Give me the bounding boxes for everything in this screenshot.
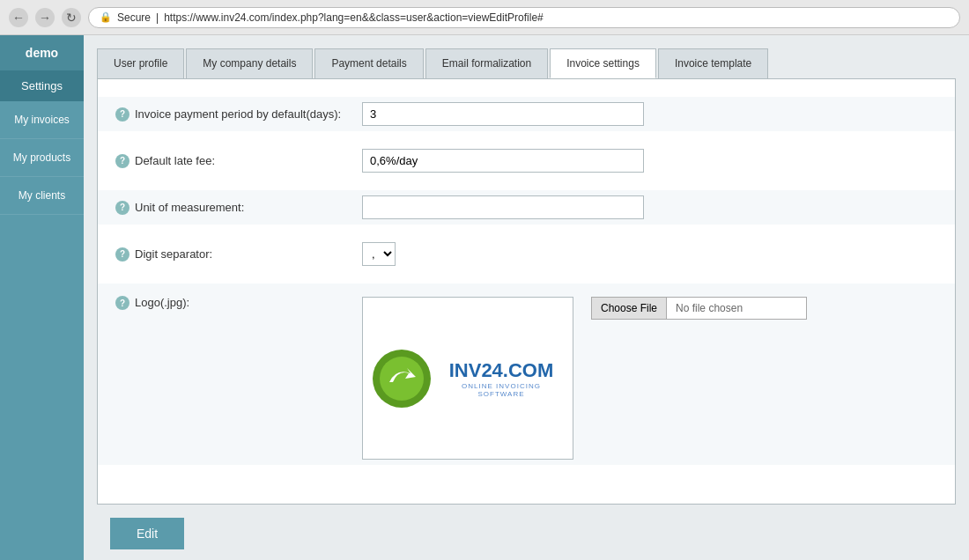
edit-button-area: Edit xyxy=(97,505,956,560)
digit-separator-select[interactable]: , . xyxy=(362,242,396,266)
file-input-area: Choose File No file chosen xyxy=(591,297,807,320)
tab-invoice-template[interactable]: Invoice template xyxy=(658,48,768,78)
app-layout: demo Settings My invoices My products My… xyxy=(0,35,969,560)
digit-separator-select-wrap: , . xyxy=(362,242,396,266)
late-fee-help-icon[interactable]: ? xyxy=(115,154,129,168)
sidebar-item-my-clients[interactable]: My clients xyxy=(0,177,84,215)
tab-email-formalization[interactable]: Email formalization xyxy=(425,48,548,78)
payment-period-label-col: ? Invoice payment period by default(days… xyxy=(115,107,362,122)
secure-icon: 🔒 xyxy=(100,11,112,23)
payment-period-row: ? Invoice payment period by default(days… xyxy=(98,97,955,131)
unit-help-icon[interactable]: ? xyxy=(115,201,129,215)
choose-file-button[interactable]: Choose File xyxy=(591,297,666,320)
logo-text-block: INV24.COM ONLINE INVOICING SOFTWARE xyxy=(439,359,564,398)
tab-invoice-settings[interactable]: Invoice settings xyxy=(550,48,656,78)
logo-main-text: INV24.COM xyxy=(439,359,564,382)
back-button[interactable]: ← xyxy=(9,8,28,27)
svg-point-1 xyxy=(380,357,424,401)
refresh-button[interactable]: ↻ xyxy=(62,8,81,27)
late-fee-row: ? Default late fee: xyxy=(115,144,937,178)
late-fee-label-col: ? Default late fee: xyxy=(115,154,362,168)
logo-label-col: ? Logo(.jpg): xyxy=(115,292,362,310)
form-area: ? Invoice payment period by default(days… xyxy=(97,78,956,505)
logo-circle-svg xyxy=(372,349,432,409)
sidebar-demo[interactable]: demo xyxy=(0,35,84,70)
late-fee-label: Default late fee: xyxy=(135,154,215,167)
tabs-container: User profile My company details Payment … xyxy=(97,48,956,78)
sidebar-settings[interactable]: Settings xyxy=(0,70,84,101)
forward-button[interactable]: → xyxy=(35,8,55,27)
late-fee-input[interactable] xyxy=(362,149,644,173)
edit-button[interactable]: Edit xyxy=(110,518,184,549)
logo-section: INV24.COM ONLINE INVOICING SOFTWARE Choo… xyxy=(362,297,807,460)
tab-payment-details[interactable]: Payment details xyxy=(314,48,423,78)
digit-separator-label: Digit separator: xyxy=(135,247,212,261)
url-text: https://www.inv24.com/index.php?lang=en&… xyxy=(164,11,544,24)
unit-row: ? Unit of measurement: xyxy=(98,190,955,225)
unit-label-col: ? Unit of measurement: xyxy=(115,201,362,215)
logo-img-container: INV24.COM ONLINE INVOICING SOFTWARE xyxy=(363,340,573,417)
digit-separator-label-col: ? Digit separator: xyxy=(115,247,362,262)
logo-label: Logo(.jpg): xyxy=(135,296,189,309)
address-bar[interactable]: 🔒 Secure | https://www.inv24.com/index.p… xyxy=(88,7,960,28)
logo-row: ? Logo(.jpg): xyxy=(98,284,955,465)
digit-separator-row: ? Digit separator: , . xyxy=(115,237,937,271)
sidebar-item-my-invoices[interactable]: My invoices xyxy=(0,101,84,139)
main-content: User profile My company details Payment … xyxy=(84,35,969,560)
logo-sub-text: ONLINE INVOICING SOFTWARE xyxy=(439,382,564,398)
url-separator: | xyxy=(156,11,159,24)
secure-label: Secure xyxy=(117,11,151,24)
unit-label: Unit of measurement: xyxy=(135,201,244,214)
digit-separator-help-icon[interactable]: ? xyxy=(115,247,129,262)
file-input-row: Choose File No file chosen xyxy=(591,297,807,320)
logo-preview: INV24.COM ONLINE INVOICING SOFTWARE xyxy=(362,297,573,460)
browser-chrome: ← → ↻ 🔒 Secure | https://www.inv24.com/i… xyxy=(0,0,969,35)
tab-my-company-details[interactable]: My company details xyxy=(186,48,313,78)
payment-period-help-icon[interactable]: ? xyxy=(115,107,129,122)
logo-help-icon[interactable]: ? xyxy=(115,296,129,310)
payment-period-input[interactable] xyxy=(362,102,644,126)
tab-user-profile[interactable]: User profile xyxy=(97,48,184,78)
sidebar: demo Settings My invoices My products My… xyxy=(0,35,84,560)
logo-graphic: INV24.COM ONLINE INVOICING SOFTWARE xyxy=(372,349,564,409)
sidebar-item-my-products[interactable]: My products xyxy=(0,139,84,177)
logo-circle-wrapper xyxy=(372,349,432,409)
file-name-display: No file chosen xyxy=(666,297,807,320)
payment-period-label: Invoice payment period by default(days): xyxy=(135,107,341,121)
unit-input[interactable] xyxy=(362,195,644,219)
